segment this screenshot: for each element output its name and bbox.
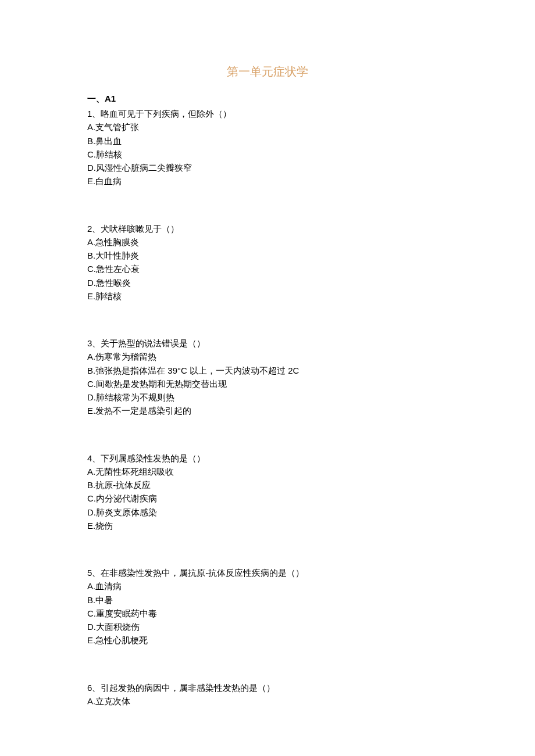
- question-option: C.急性左心衰: [87, 262, 448, 275]
- questions-container: 1、咯血可见于下列疾病，但除外（）A.支气管扩张B.鼻出血C.肺结核D.风湿性心…: [87, 107, 448, 708]
- question-stem: 1、咯血可见于下列疾病，但除外（）: [87, 107, 448, 120]
- question-stem-text: 引起发热的病因中，属非感染性发热的是（）: [101, 683, 275, 693]
- question-option: D.急性喉炎: [87, 276, 448, 289]
- question-option: E.白血病: [87, 174, 448, 188]
- question-option: D.风湿性心脏病二尖瓣狭窄: [87, 161, 448, 174]
- question-option: A.伤寒常为稽留热: [87, 350, 448, 363]
- question-number: 4、: [87, 453, 101, 463]
- question-option: D.肺炎支原体感染: [87, 506, 448, 519]
- question-option: B.弛张热是指体温在 39°C 以上，一天内波动不超过 2C: [87, 364, 448, 377]
- question-number: 2、: [87, 224, 101, 234]
- question-option: A.无菌性坏死组织吸收: [87, 465, 448, 478]
- question-option: C.肺结核: [87, 148, 448, 161]
- question-stem: 4、下列属感染性发热的是（）: [87, 452, 448, 465]
- question-option: A.支气管扩张: [87, 120, 448, 134]
- question-option: C.重度安眠药中毒: [87, 607, 448, 620]
- question-option: E.烧伤: [87, 519, 448, 532]
- question-option: D.肺结核常为不规则热: [87, 390, 448, 404]
- question-block: 3、关于热型的说法错误是（）A.伤寒常为稽留热B.弛张热是指体温在 39°C 以…: [87, 336, 448, 418]
- question-stem-text: 在非感染性发热中，属抗原-抗体反应性疾病的是（）: [101, 568, 304, 578]
- question-option: E.发热不一定是感染引起的: [87, 404, 448, 417]
- question-stem-text: 下列属感染性发热的是（）: [101, 453, 205, 463]
- page-title: 第一单元症状学: [87, 64, 448, 80]
- question-stem: 5、在非感染性发热中，属抗原-抗体反应性疾病的是（）: [87, 566, 448, 579]
- question-option: E.肺结核: [87, 289, 448, 303]
- question-option: C.内分泌代谢疾病: [87, 492, 448, 505]
- question-option: B.鼻出血: [87, 134, 448, 148]
- question-stem-text: 犬吠样咳嗽见于（）: [101, 224, 179, 234]
- question-block: 2、犬吠样咳嗽见于（）A.急性胸膜炎B.大叶性肺炎C.急性左心衰D.急性喉炎E.…: [87, 222, 448, 303]
- question-option: A.急性胸膜炎: [87, 235, 448, 249]
- question-block: 6、引起发热的病因中，属非感染性发热的是（）A.立克次体: [87, 681, 448, 708]
- question-stem: 6、引起发热的病因中，属非感染性发热的是（）: [87, 681, 448, 694]
- question-option: C.间歇热是发热期和无热期交替出现: [87, 377, 448, 390]
- question-option: D.大面积烧伤: [87, 620, 448, 633]
- question-stem: 2、犬吠样咳嗽见于（）: [87, 222, 448, 235]
- question-option: E.急性心肌梗死: [87, 633, 448, 647]
- question-stem: 3、关于热型的说法错误是（）: [87, 336, 448, 350]
- question-stem-text: 咯血可见于下列疾病，但除外（）: [101, 109, 231, 119]
- question-option: B.中暑: [87, 593, 448, 607]
- section-label: 一、A1: [87, 94, 448, 105]
- question-number: 5、: [87, 568, 101, 578]
- question-number: 3、: [87, 338, 101, 348]
- question-stem-text: 关于热型的说法错误是（）: [101, 338, 205, 348]
- question-number: 1、: [87, 109, 101, 119]
- question-option: A.立克次体: [87, 694, 448, 708]
- question-block: 1、咯血可见于下列疾病，但除外（）A.支气管扩张B.鼻出血C.肺结核D.风湿性心…: [87, 107, 448, 188]
- question-block: 4、下列属感染性发热的是（）A.无菌性坏死组织吸收B.抗原-抗体反应C.内分泌代…: [87, 452, 448, 533]
- question-option: B.大叶性肺炎: [87, 249, 448, 262]
- question-option: A.血清病: [87, 579, 448, 593]
- question-number: 6、: [87, 683, 101, 693]
- question-block: 5、在非感染性发热中，属抗原-抗体反应性疾病的是（）A.血清病B.中暑C.重度安…: [87, 566, 448, 647]
- question-option: B.抗原-抗体反应: [87, 478, 448, 492]
